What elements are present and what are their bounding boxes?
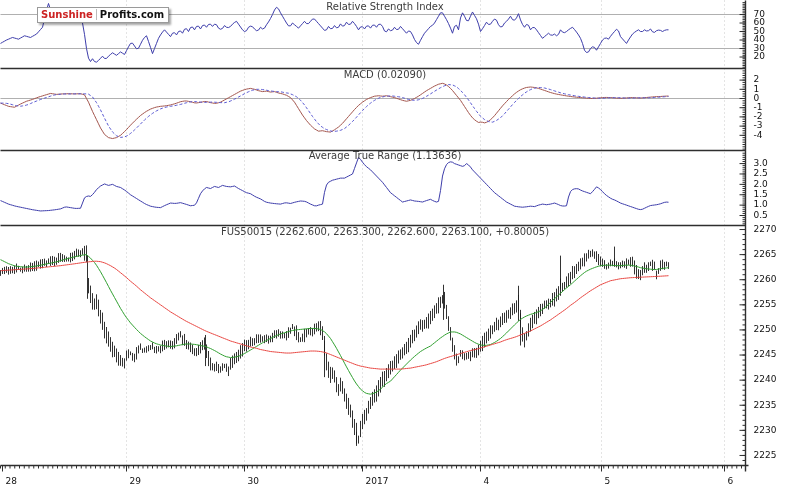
sunshineprofits-logo: SunshineProfits.com <box>37 7 169 23</box>
logo-text-red: Sunshine <box>41 9 97 20</box>
chart-window: Relative Strength Index MACD (0.02090) A… <box>0 0 800 486</box>
logo-text-black: Profits.com <box>100 9 164 20</box>
chart-canvas[interactable] <box>0 0 800 486</box>
